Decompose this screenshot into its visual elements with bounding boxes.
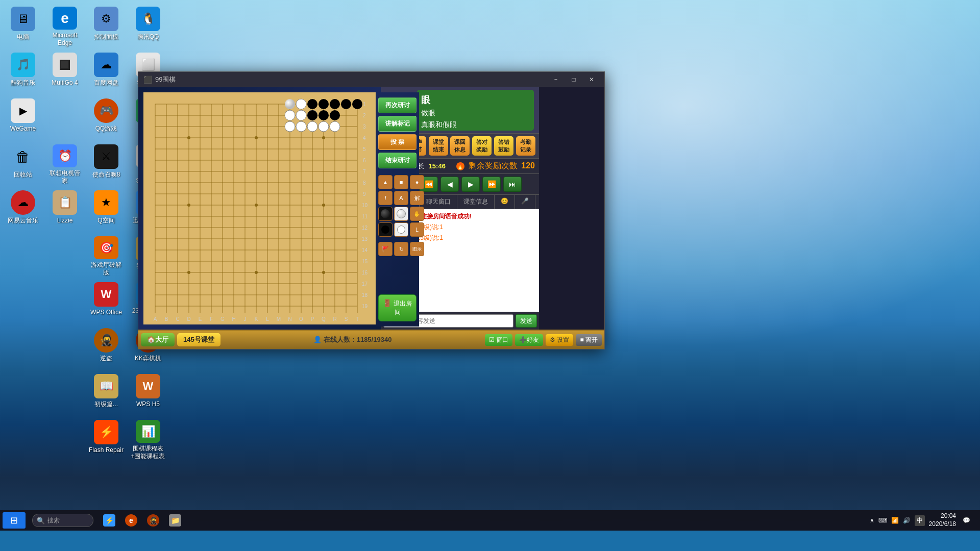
desktop-icon-flash[interactable]: ⚡ Flash Repair	[86, 417, 127, 462]
text-a-tool[interactable]: A	[394, 191, 408, 205]
desktop-icon-qqgame[interactable]: 🎮 QQ游戏	[86, 96, 127, 141]
square-tool[interactable]: ■	[394, 175, 408, 189]
desktop-icon-edge[interactable]: e Microsoft Edge	[44, 4, 85, 49]
taskbar-ie[interactable]: e	[121, 512, 141, 529]
tab-emoji[interactable]: 😊	[495, 195, 515, 209]
svg-point-41	[322, 136, 325, 139]
window-controls: － □ ✕	[548, 74, 599, 85]
hand-tool[interactable]: ✋	[410, 207, 424, 221]
start-button[interactable]: ⊞	[3, 512, 26, 529]
svg-point-44	[322, 204, 325, 207]
desktop-icon-netease[interactable]: ☁ 网易云音乐	[3, 188, 43, 233]
class-end-btn[interactable]: 课堂结束	[429, 136, 448, 156]
svg-point-87	[296, 99, 306, 109]
desktop-icon-baidu[interactable]: ☁ 百度网盘	[86, 50, 127, 95]
prev-button[interactable]: ◀	[440, 177, 459, 192]
lesson-subtitle1: 做眼	[421, 109, 530, 118]
lesson-title-area: 眼 做眼 真眼和假眼	[417, 90, 534, 131]
desktop-icon-control[interactable]: ⚙ 控制面板	[86, 4, 127, 49]
taskbar-up-arrow[interactable]: ∧	[870, 517, 874, 524]
desktop-icon-music[interactable]: 🎵 酷狗音乐	[3, 50, 43, 95]
desktop-icon-qq[interactable]: 🐧 腾讯QQ	[128, 4, 168, 49]
tab-mic[interactable]: 🎤	[515, 195, 535, 209]
circle-tool[interactable]: ●	[410, 175, 424, 189]
leave-tool-btn[interactable]: ■ 离开	[576, 334, 602, 346]
svg-point-47	[322, 271, 325, 274]
desktop-icon-game176[interactable]: 🎯 游戏厅破解版	[86, 234, 127, 279]
annotate-button[interactable]: 讲解标记	[378, 116, 416, 132]
solve-tool[interactable]: 解	[410, 191, 424, 205]
desktop-icon-recycle[interactable]: 🗑 回收站	[3, 142, 43, 187]
desktop-icon-goboards[interactable]: 📊 围棋课程表+围能课程表	[128, 417, 168, 462]
notification-button[interactable]: 💬	[960, 514, 972, 527]
lang-indicator[interactable]: 中	[915, 515, 925, 526]
svg-point-100	[352, 99, 362, 109]
close-button[interactable]: ✕	[584, 74, 599, 85]
desktop-icon-qqzone[interactable]: ★ Q空间	[86, 188, 127, 233]
taskbar-file[interactable]: 📁	[165, 512, 185, 529]
svg-point-88	[285, 110, 295, 120]
taskbar-swift[interactable]: ⚡	[99, 512, 119, 529]
play-button[interactable]: ▶	[461, 177, 480, 192]
flag-tool[interactable]: 🚩	[378, 242, 393, 256]
control-panel: 再次研讨 讲解标记 投 票 结束研讨 ▲ ■ ● I A 解	[376, 92, 419, 327]
svg-text:2: 2	[363, 113, 366, 118]
settings-tool-btn[interactable]: ⚙ 设置	[546, 334, 573, 346]
minimize-button[interactable]: －	[548, 74, 564, 85]
next-fast-button[interactable]: ⏩	[482, 177, 501, 192]
class-button[interactable]: 145号课堂	[177, 333, 220, 346]
svg-point-91	[285, 121, 295, 132]
desktop-icon-multigo[interactable]: MultiGo 4	[44, 50, 85, 95]
svg-text:19: 19	[362, 304, 368, 309]
end-button[interactable]: 结束研讨	[378, 153, 416, 168]
friend-tool-btn[interactable]: ➕好友	[515, 334, 543, 346]
last-button[interactable]: ⏭	[503, 177, 522, 192]
go-board-wrapper: 1 2 3 4 5 6 7 8 9 10 11	[143, 92, 376, 327]
tab-chat[interactable]: 聊天窗口	[420, 195, 457, 209]
encourage-wrong-btn[interactable]: 答错鼓励	[494, 136, 513, 156]
hall-button[interactable]: 🏠大厅	[141, 333, 175, 346]
svg-point-103	[330, 110, 340, 120]
desktop-icon-cod[interactable]: ⚔ 使命召唤8	[86, 142, 127, 187]
measure-tool[interactable]: L	[410, 222, 424, 237]
class-break-btn[interactable]: 课回休息	[450, 136, 470, 156]
desktop-icon-lizzie[interactable]: 📋 Lizzie	[44, 188, 85, 233]
black-small-tool[interactable]	[378, 222, 393, 237]
desktop-icon-wps[interactable]: W WPS Office	[86, 280, 127, 324]
exit-room-button[interactable]: 🚪 退出房间	[378, 294, 416, 321]
window-title: 99围棋	[155, 75, 548, 84]
svg-text:7: 7	[363, 169, 366, 174]
black-stone-tool[interactable]	[378, 207, 393, 221]
desktop-icon-ninja[interactable]: 🥷 逆盗	[86, 325, 127, 370]
svg-text:P: P	[311, 316, 314, 322]
svg-text:Q: Q	[322, 316, 326, 322]
replay-button[interactable]: 再次研讨	[378, 97, 416, 113]
svg-text:L: L	[266, 316, 269, 322]
triangle-tool[interactable]: ▲	[378, 175, 393, 189]
desktop-icon-wegame[interactable]: ▶ WeGame	[3, 96, 43, 141]
white-stone-tool[interactable]	[394, 207, 408, 221]
reward-correct-btn[interactable]: 答对奖励	[472, 136, 492, 156]
vote-button[interactable]: 投 票	[378, 134, 416, 150]
svg-point-45	[187, 271, 190, 274]
maximize-button[interactable]: □	[566, 74, 581, 85]
white-small-tool[interactable]	[394, 222, 408, 237]
desktop-icon-computer[interactable]: 🖥 电脑	[3, 4, 43, 49]
text-i-tool[interactable]: I	[378, 191, 393, 205]
taskbar-ninja[interactable]: 🥷	[143, 512, 163, 529]
reward-label: 剩余奖励次数 120	[469, 161, 535, 171]
svg-text:5: 5	[363, 146, 366, 152]
attendance-btn[interactable]: 考勤记录	[516, 136, 535, 156]
undo-tool[interactable]: ↻	[394, 242, 408, 256]
desktop-icon-wpsh5[interactable]: W WPS H5	[128, 371, 168, 416]
taskbar-clock: 20:04 2020/6/18	[929, 512, 956, 528]
taskbar-search[interactable]: 🔍 搜索	[28, 512, 97, 529]
desktop-icon-liantong[interactable]: ⏰ 联想电视管家	[44, 142, 85, 187]
desktop-icon-chuiji2[interactable]: 📖 初级篇...	[86, 371, 127, 416]
diagram-tool[interactable]: 图示	[410, 242, 424, 256]
tab-classroom[interactable]: 课堂信息	[457, 195, 495, 209]
window-tool-btn[interactable]: ☑ 窗口	[485, 334, 512, 346]
svg-text:N: N	[288, 316, 291, 322]
go-board-svg[interactable]: 1 2 3 4 5 6 7 8 9 10 11	[143, 92, 376, 324]
send-button[interactable]: 发送	[516, 314, 537, 328]
